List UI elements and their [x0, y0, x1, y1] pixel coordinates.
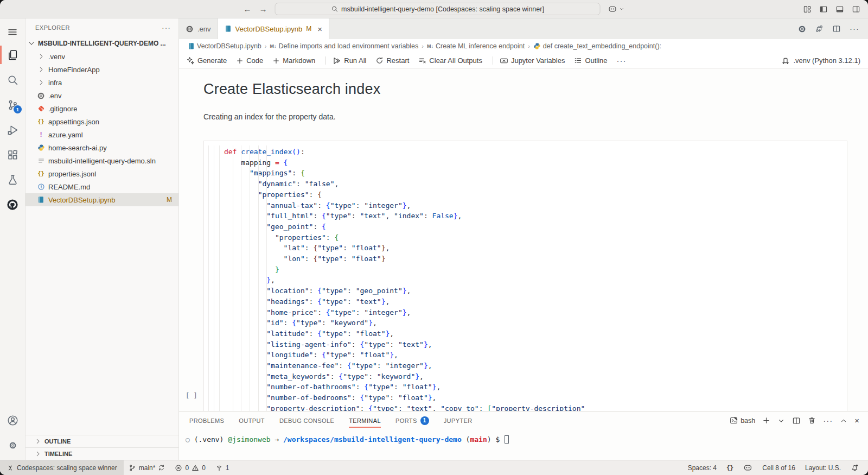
file-appsettings.json[interactable]: {} appsettings.json	[25, 115, 178, 128]
breadcrumb-item[interactable]: VectorDBSetup.ipynb	[188, 42, 261, 50]
terminal-plus-sm-icon[interactable]	[762, 416, 770, 425]
toolbar-clear-all-outputs-button[interactable]: Clear All Outputs	[418, 56, 482, 65]
status-git-branch[interactable]: main*	[124, 460, 170, 475]
section-timeline[interactable]: TIMELINE	[25, 447, 178, 460]
file-.gitignore[interactable]: .gitignore	[25, 102, 178, 115]
terminal-chevron-down-sm-icon[interactable]	[777, 417, 785, 425]
gear-action-icon[interactable]	[798, 25, 806, 33]
forward-button[interactable]: →	[259, 5, 267, 13]
copilot-icon	[743, 463, 752, 472]
tab-.env[interactable]: .env	[179, 18, 218, 39]
markdown-heading: Create Elasticsearch index	[203, 81, 868, 98]
close-tab-icon[interactable]: ×	[317, 24, 322, 34]
panel-left-icon[interactable]	[819, 5, 828, 14]
kernel-icon	[781, 56, 790, 65]
vscode-window: ← → msbuild-intelligent-query-demo [Code…	[0, 0, 868, 475]
activity-bar-bottom	[0, 408, 25, 460]
avatar-icon	[608, 4, 617, 14]
activity-run-debug[interactable]	[0, 117, 25, 142]
status-language-braces[interactable]: {}	[722, 460, 738, 475]
file-azure.yaml[interactable]: ! azure.yaml	[25, 128, 178, 141]
code-line: "number-of-bedrooms": {"type": "float"},	[224, 392, 847, 403]
remote-icon	[7, 464, 14, 472]
breadcrumb-item[interactable]: M↓Create ML inference endpoint	[427, 42, 525, 50]
file-README.md[interactable]: README.md	[25, 180, 178, 193]
file-properties.jsonl[interactable]: {} properties.jsonl	[25, 167, 178, 180]
split-action-icon[interactable]	[832, 24, 841, 33]
command-center-search[interactable]: msbuild-intelligent-query-demo [Codespac…	[275, 3, 601, 15]
breadcrumb-separator: ›	[528, 43, 530, 49]
activity-gear[interactable]	[0, 433, 25, 458]
file-.venv[interactable]: .venv	[25, 50, 178, 63]
terminal-output[interactable]: ○ (.venv) @jsimonweb → /workspaces/msbui…	[179, 429, 868, 444]
customize-layout-icon[interactable]	[803, 5, 812, 14]
status-ports-forwarded[interactable]: 1	[210, 460, 234, 475]
toolbar-code-button[interactable]: Code	[236, 56, 263, 65]
toolbar-more-button[interactable]: ···	[617, 56, 627, 65]
file-msbuild-intelligent-query-demo.sln[interactable]: msbuild-intelligent-query-demo.sln	[25, 154, 178, 167]
activity-source-control[interactable]: 1	[0, 92, 25, 117]
status-indent-spaces[interactable]: Spaces: 4	[683, 460, 722, 475]
toolbar-restart-button[interactable]: Restart	[375, 56, 409, 65]
activity-badge: 1	[14, 105, 22, 113]
file-home-search-ai.py[interactable]: home-search-ai.py	[25, 141, 178, 154]
activity-account[interactable]	[0, 408, 25, 433]
compare-action-icon[interactable]	[815, 24, 824, 33]
activity-testing[interactable]	[0, 167, 25, 192]
status-notifications[interactable]	[846, 460, 864, 475]
status-keyboard-layout[interactable]: Layout: U.S.	[800, 460, 846, 475]
back-button[interactable]: ←	[244, 5, 252, 13]
toolbar-markdown-button[interactable]: Markdown	[272, 56, 315, 65]
code-line: "home-price": {"type": "integer"},	[224, 307, 847, 318]
tree-root[interactable]: MSBUILD-INTELLIGENT-QUERY-DEMO ...	[25, 37, 178, 50]
status-problems[interactable]: 00	[170, 460, 210, 475]
status-cell-indicator[interactable]: Cell 8 of 16	[757, 460, 800, 475]
activity-menu[interactable]	[0, 22, 25, 42]
toolbar-generate-button[interactable]: Generate	[187, 56, 227, 65]
panel-tab-jupyter[interactable]: JUPYTER	[444, 413, 473, 429]
code-cell[interactable]: [ ] def create_index(): mapping = { "map…	[203, 141, 847, 411]
activity-extensions[interactable]	[0, 142, 25, 167]
activity-github[interactable]	[0, 192, 25, 217]
code-line: "dynamic": "false",	[224, 179, 847, 189]
status-remote-indicator[interactable]: Codespaces: scaling space winner	[0, 460, 124, 475]
sidebar-title: EXPLORER	[35, 24, 70, 31]
breadcrumb-item[interactable]: def create_text_embedding_endpoint():	[533, 42, 661, 50]
panel-tab-problems[interactable]: PROBLEMS	[189, 413, 224, 429]
code-line: "maintenance-fee": {"type": "integer"},	[224, 360, 847, 371]
panel-tab-bar: PROBLEMSOUTPUTDEBUG CONSOLETERMINALPORTS…	[179, 411, 868, 429]
section-outline[interactable]: OUTLINE	[25, 435, 178, 447]
status-copilot[interactable]	[738, 460, 757, 475]
breadcrumb-separator: ›	[422, 43, 424, 49]
panel-bottom-icon[interactable]	[835, 5, 844, 14]
toolbar-outline-button[interactable]: Outline	[574, 56, 607, 65]
panel-right-icon[interactable]	[852, 5, 860, 14]
kernel-picker[interactable]: .venv (Python 3.12.1)	[781, 56, 860, 65]
avatar-menu[interactable]	[608, 4, 625, 14]
panel-tabs: PROBLEMSOUTPUTDEBUG CONSOLETERMINALPORTS…	[189, 411, 487, 430]
file-.env[interactable]: .env	[25, 89, 178, 102]
panel-tab-output[interactable]: OUTPUT	[239, 413, 265, 429]
file-VectorDBSetup.ipynb[interactable]: VectorDBSetup.ipynb M	[25, 193, 178, 206]
file-HomeFinderApp[interactable]: HomeFinderApp	[25, 63, 178, 76]
panel-tab-ports[interactable]: PORTS1	[395, 411, 429, 430]
tab-VectorDBSetup.ipynb[interactable]: VectorDBSetup.ipynb M ×	[218, 18, 329, 39]
toolbar-jupyter-variables-button[interactable]: Jupyter Variables	[500, 56, 565, 65]
notebook-toolbar-buttons: GenerateCodeMarkdownRun AllRestartClear …	[187, 56, 636, 65]
terminal-trash-icon[interactable]	[808, 416, 816, 425]
file-infra[interactable]: infra	[25, 76, 178, 89]
code-editor[interactable]: def create_index(): mapping = { "mapping…	[204, 141, 847, 411]
breadcrumb-item[interactable]: M↓Define imports and load environment va…	[270, 42, 419, 50]
terminal-chevron-up-sm-icon[interactable]	[840, 417, 847, 425]
panel-tab-terminal[interactable]: TERMINAL	[349, 413, 381, 429]
panel-tab-debug-console[interactable]: DEBUG CONSOLE	[279, 413, 334, 429]
broadcast-icon	[215, 464, 223, 472]
activity-search[interactable]	[0, 67, 25, 92]
terminal-split-icon[interactable]	[792, 416, 801, 425]
code-line: "latitude": {"type": "float"},	[224, 328, 847, 339]
activity-files[interactable]	[0, 42, 25, 67]
toolbar-run-all-button[interactable]: Run All	[333, 56, 366, 65]
explorer-more-actions[interactable]: ···	[162, 23, 171, 32]
terminal-shell-picker[interactable]: bash	[730, 416, 755, 425]
indent-guide	[214, 145, 214, 411]
